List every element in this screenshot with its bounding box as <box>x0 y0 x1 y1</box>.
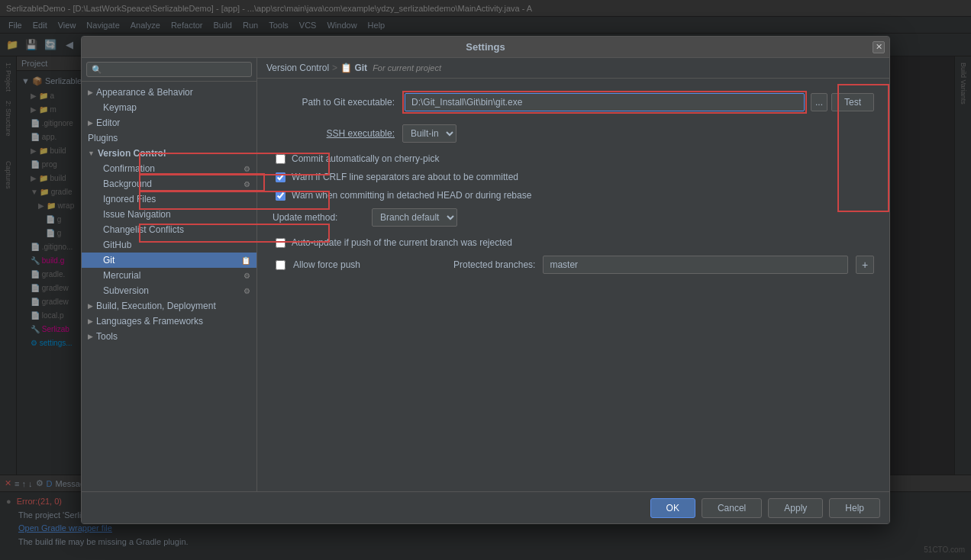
ssh-select[interactable]: Built-in Native <box>402 124 456 143</box>
test-button[interactable]: Test <box>831 93 874 111</box>
keymap-label: Keymap <box>103 102 137 113</box>
mercurial-label: Mercurial <box>103 270 140 281</box>
tools-arrow: ▶ <box>88 333 93 340</box>
tree-item-changelist-conflicts[interactable]: Changelist Conflicts <box>82 222 256 237</box>
git-path-row: Path to Git executable: ... Test <box>273 91 874 114</box>
detached-head-row: Warn when committing in detached HEAD or… <box>273 190 874 201</box>
tree-item-appearance[interactable]: ▶ Appearance & Behavior <box>82 85 256 100</box>
tree-item-subversion[interactable]: Subversion ⚙ <box>82 283 256 298</box>
apply-button[interactable]: Apply <box>768 498 823 518</box>
breadcrumb-git-icon: 📋 <box>340 63 352 73</box>
content-body: Path to Git executable: ... Test <box>257 79 889 491</box>
tree-item-git[interactable]: Git 📋 <box>82 253 256 268</box>
settings-tree: ▶ Appearance & Behavior Keymap ▶ Editor <box>82 58 257 491</box>
tree-item-github[interactable]: GitHub <box>82 237 256 253</box>
auto-update-row: Auto-update if push of the current branc… <box>273 237 874 248</box>
confirmation-badge: ⚙ <box>244 165 250 173</box>
tree-item-mercurial[interactable]: Mercurial ⚙ <box>82 268 256 283</box>
tree-item-tools[interactable]: ▶ Tools <box>82 329 256 344</box>
help-button[interactable]: Help <box>829 498 880 518</box>
cherry-pick-checkbox[interactable] <box>276 154 285 164</box>
breadcrumb-part2: 📋 Git <box>340 63 367 73</box>
protected-branches-label: Protected branches: <box>453 259 535 270</box>
force-push-label: Allow force push <box>293 259 385 270</box>
editor-arrow: ▶ <box>88 119 93 127</box>
github-label: GitHub <box>103 240 131 250</box>
add-protected-button[interactable]: + <box>856 256 874 274</box>
ssh-label: SSH executable: <box>273 128 395 139</box>
crlf-checkbox[interactable] <box>276 172 285 182</box>
appearance-label: Appearance & Behavior <box>96 87 193 98</box>
ok-button[interactable]: OK <box>650 498 695 518</box>
tree-item-background[interactable]: Background ⚙ <box>82 176 256 191</box>
ignored-files-label: Ignored Files <box>103 194 156 204</box>
settings-content: Version Control > 📋 Git For current proj… <box>257 58 889 491</box>
settings-dialog: Settings ✕ ▶ Appearance & Behavior <box>81 36 890 524</box>
tree-item-ignored-files[interactable]: Ignored Files <box>82 191 256 207</box>
update-label: Update method: <box>273 212 364 223</box>
tree-item-plugins[interactable]: Plugins <box>82 130 256 146</box>
cherry-pick-label: Commit automatically on cherry-pick <box>292 153 439 164</box>
background-label: Background <box>103 179 152 189</box>
crlf-row: Warn if CRLF line separators are about t… <box>273 172 874 182</box>
tree-search-area <box>82 58 256 82</box>
ssh-row: SSH executable: Built-in Native <box>273 124 874 143</box>
build-label: Build, Execution, Deployment <box>96 301 216 311</box>
path-input-wrap: ... Test <box>402 91 874 114</box>
path-label: Path to Git executable: <box>273 97 395 108</box>
plugins-label: Plugins <box>88 133 118 143</box>
update-select[interactable]: Branch default Merge Rebase <box>372 208 457 227</box>
build-arrow: ▶ <box>88 302 93 310</box>
tree-search-input[interactable] <box>86 62 252 77</box>
cherry-pick-row: Commit automatically on cherry-pick <box>273 153 874 164</box>
vc-label: Version Control <box>98 148 166 159</box>
tree-item-issue-navigation[interactable]: Issue Navigation <box>82 207 256 222</box>
changelist-label: Changelist Conflicts <box>103 224 184 235</box>
dialog-body: ▶ Appearance & Behavior Keymap ▶ Editor <box>82 58 889 491</box>
ssh-select-wrap: Built-in Native <box>402 124 456 143</box>
git-badge: 📋 <box>241 256 250 265</box>
editor-label: Editor <box>96 117 120 128</box>
tree-item-keymap[interactable]: Keymap <box>82 100 256 115</box>
tree-content: ▶ Appearance & Behavior Keymap ▶ Editor <box>82 82 256 491</box>
detached-head-checkbox[interactable] <box>276 191 285 201</box>
path-input-container <box>402 91 807 114</box>
tree-item-version-control[interactable]: ▼ Version Control <box>82 146 256 161</box>
issue-nav-label: Issue Navigation <box>103 209 171 220</box>
protected-branches-input[interactable] <box>543 256 848 274</box>
update-method-row: Update method: Branch default Merge Reba… <box>273 208 874 227</box>
lang-arrow: ▶ <box>88 317 93 325</box>
tree-item-languages[interactable]: ▶ Languages & Frameworks <box>82 314 256 329</box>
appearance-arrow: ▶ <box>88 89 93 96</box>
tools-label: Tools <box>96 331 118 342</box>
dialog-close-button[interactable]: ✕ <box>873 41 885 53</box>
vc-arrow: ▼ <box>88 150 95 157</box>
force-push-checkbox[interactable] <box>276 260 285 270</box>
tree-item-editor[interactable]: ▶ Editor <box>82 115 256 130</box>
modal-overlay: Settings ✕ ▶ Appearance & Behavior <box>0 0 971 560</box>
dialog-titlebar: Settings ✕ <box>82 37 889 58</box>
dialog-title: Settings <box>466 41 505 53</box>
git-label: Git <box>103 255 115 266</box>
ellipsis-button[interactable]: ... <box>811 93 827 111</box>
breadcrumb-part1: Version Control <box>266 63 329 73</box>
tree-item-build-execution[interactable]: ▶ Build, Execution, Deployment <box>82 298 256 314</box>
detached-head-label: Warn when committing in detached HEAD or… <box>292 190 531 201</box>
auto-update-label: Auto-update if push of the current branc… <box>292 237 512 248</box>
auto-update-checkbox[interactable] <box>276 238 285 248</box>
git-path-input[interactable] <box>405 93 805 111</box>
subversion-label: Subversion <box>103 285 149 296</box>
subversion-badge: ⚙ <box>244 287 250 295</box>
mercurial-badge: ⚙ <box>244 272 250 280</box>
force-push-row: Allow force push Protected branches: + <box>273 256 874 274</box>
background-badge: ⚙ <box>244 180 250 188</box>
tree-item-confirmation[interactable]: Confirmation ⚙ <box>82 161 256 176</box>
content-breadcrumb: Version Control > 📋 Git For current proj… <box>257 58 889 79</box>
breadcrumb-git-label: Git <box>354 63 367 73</box>
dialog-footer: OK Cancel Apply Help <box>82 491 889 523</box>
breadcrumb-sep: > <box>332 63 337 73</box>
lang-label: Languages & Frameworks <box>96 316 203 327</box>
ide-background: SerlizableDemo - [D:\LastWorkSpeace\Serl… <box>0 0 971 560</box>
cancel-button[interactable]: Cancel <box>702 498 762 518</box>
breadcrumb-note: For current project <box>370 63 441 72</box>
